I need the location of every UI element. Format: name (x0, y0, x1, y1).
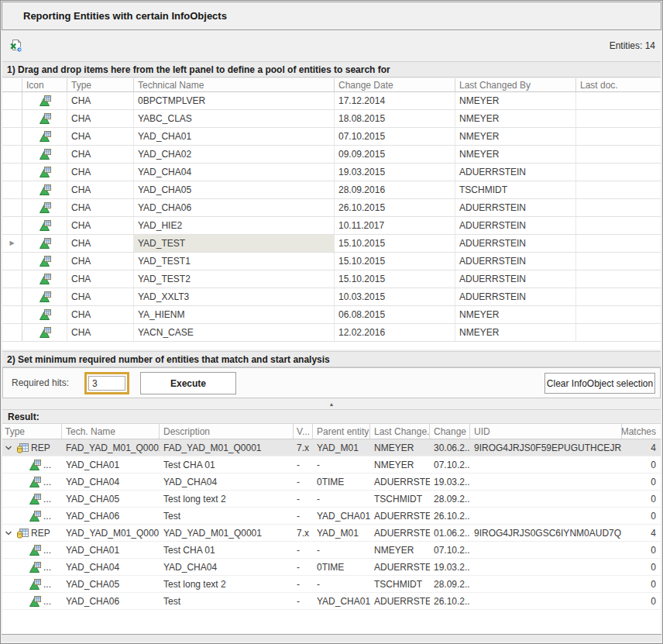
pool-table-row[interactable]: ▶ CHA YAD_TEST1 15.10.2015 ADUERRSTEIN (2, 253, 661, 270)
result-col-uid[interactable]: UID (470, 424, 622, 439)
splitter-collapse-icon[interactable]: ▲ (329, 401, 335, 407)
pool-table-row[interactable]: ▶ CHA YAD_HIE2 10.11.2017 ADUERRSTEIN (2, 217, 661, 235)
characteristic-icon (29, 476, 41, 488)
cell-technical-name: YAD_CHA04 (134, 164, 335, 181)
cell-description: YAD_CHA04 (160, 474, 294, 490)
pool-table-row[interactable]: ▶ CHA YAD_CHA01 07.10.2015 NMEYER (2, 128, 661, 146)
cell-type-label: ... (43, 460, 51, 470)
pool-table-row[interactable]: ▶ CHA YAD_TEST 15.10.2015 ADUERRSTEIN (2, 235, 661, 253)
cell-type: ... (2, 559, 62, 575)
result-col-matches[interactable]: Matches (622, 424, 661, 439)
cell-type: CHA (67, 270, 134, 288)
result-table-row[interactable]: ... YAD_CHA01 Test CHA 01 - - NMEYER 07.… (2, 456, 661, 474)
cell-type: CHA (67, 146, 134, 163)
result-table-row[interactable]: ... YAD_CHA04 YAD_CHA04 - 0TIME ADUERRST… (2, 474, 661, 491)
characteristic-icon (29, 459, 41, 471)
expand-collapse-chevron-icon[interactable] (5, 444, 14, 452)
pool-table-row[interactable]: ▶ CHA YAD_XXLT3 10.03.2015 ADUERRSTEIN (2, 288, 661, 306)
cell-tech-name: YAD_CHA01 (62, 456, 160, 473)
required-hits-input[interactable] (88, 376, 125, 391)
result-table-row[interactable]: ... YAD_CHA06 Test - YAD_CHA01 ADUERRSTE… (2, 508, 661, 525)
clear-infoobject-selection-button[interactable]: Clear InfoObject selection (544, 373, 655, 394)
pool-table-row[interactable]: ▶ CHA YACN_CASE 12.02.2016 NMEYER (2, 324, 661, 342)
cell-last-doc (576, 324, 661, 341)
pool-table-row[interactable]: ▶ CHA 0BPCTMPLVER 17.12.2014 NMEYER (2, 92, 661, 110)
cell-tech-name: YAD_CHA05 (62, 576, 160, 592)
result-col-type[interactable]: Type (2, 424, 62, 439)
pool-table-row[interactable]: ▶ CHA YABC_CLAS 18.08.2015 NMEYER (2, 110, 661, 128)
export-to-excel-button[interactable] (8, 37, 25, 54)
result-col-version[interactable]: V... (294, 424, 313, 439)
row-gutter: ▶ (2, 217, 22, 234)
pool-table-row[interactable]: ▶ CHA YAD_CHA04 19.03.2015 ADUERRSTEIN (2, 164, 661, 181)
pool-col-change-date[interactable]: Change Date (335, 78, 455, 91)
pool-col-icon[interactable]: Icon (22, 78, 67, 91)
cell-version: 7.x (294, 525, 313, 541)
result-table-row[interactable]: REP YAD_YAD_M01_Q0001 YAD_YAD_M01_Q0001 … (2, 525, 661, 542)
cell-change-date: 10.11.2017 (335, 217, 455, 234)
cell-last-changed: NMEYER (370, 542, 430, 558)
pool-col-last-changed-by[interactable]: Last Changed By (455, 78, 576, 91)
result-col-last-changed[interactable]: Last Change... (370, 424, 430, 439)
pool-table-row[interactable]: ▶ CHA YAD_CHA05 28.09.2016 TSCHMIDT (2, 181, 661, 199)
pool-col-technical-name[interactable]: Technical Name (134, 78, 335, 91)
cell-type-label: ... (43, 477, 51, 487)
pool-table-row[interactable]: ▶ CHA YAD_CHA06 26.10.2015 ADUERRSTEIN (2, 199, 661, 217)
cell-change-date: 01.06.2... (430, 525, 470, 541)
cell-matches: 0 (622, 491, 661, 507)
cell-type: CHA (67, 128, 134, 145)
pool-col-type[interactable]: Type (67, 78, 134, 91)
result-table-row[interactable]: ... YAD_CHA05 Test long text 2 - - TSCHM… (2, 576, 661, 593)
pool-table-row[interactable]: ▶ CHA YAD_TEST2 15.10.2015 ADUERRSTEIN (2, 270, 661, 288)
cell-technical-name: YAD_CHA02 (134, 146, 335, 163)
cell-description: YAD_YAD_M01_Q0001 (160, 525, 294, 541)
cell-last-changed-by: ADUERRSTEIN (455, 235, 576, 252)
pool-table-row[interactable]: ▶ CHA YAD_CHA02 09.09.2015 NMEYER (2, 146, 661, 164)
result-table-row[interactable]: ... YAD_CHA01 Test CHA 01 - - NMEYER 07.… (2, 542, 661, 559)
result-table-row[interactable]: REP FAD_YAD_M01_Q0001 FAD_YAD_M01_Q0001 … (2, 439, 661, 456)
cell-parent-entity: YAD_M01 (313, 439, 370, 456)
cell-last-changed-by: TSCHMIDT (455, 181, 576, 198)
cell-technical-name: YAD_XXLT3 (134, 288, 335, 305)
row-gutter: ▶ (2, 253, 22, 270)
result-col-parent-entity[interactable]: Parent entity (313, 424, 370, 439)
characteristic-icon (29, 510, 41, 522)
cell-change-date: 26.10.2... (430, 508, 470, 524)
section1-header-text: 1) Drag and drop items here from the lef… (7, 64, 390, 75)
cell-technical-name: YAD_HIE2 (134, 217, 335, 234)
cell-last-changed-by: NMEYER (455, 110, 576, 127)
cell-version: - (294, 456, 313, 473)
result-table-row[interactable]: ... YAD_CHA05 Test long text 2 - - TSCHM… (2, 491, 661, 508)
execute-button[interactable]: Execute (140, 372, 236, 394)
characteristic-icon (29, 493, 41, 505)
cell-matches: 0 (622, 508, 661, 524)
result-col-change-date[interactable]: Change ... (430, 424, 470, 439)
pool-table-row[interactable]: ▶ CHA YA_HIENM 06.08.2015 NMEYER (2, 306, 661, 324)
cell-last-changed: ADUERRSTE... (370, 474, 430, 490)
cell-technical-name: YAD_TEST1 (134, 253, 335, 270)
panel-splitter[interactable]: ▲ (1, 398, 662, 407)
cell-last-changed: NMEYER (370, 456, 430, 473)
result-col-tech-name[interactable]: Tech. Name (62, 424, 160, 439)
result-table-row[interactable]: ... YAD_CHA06 Test - YAD_CHA01 ADUERRSTE… (2, 593, 661, 610)
characteristic-icon (39, 201, 51, 214)
cell-type: CHA (67, 181, 134, 198)
cell-matches: 0 (622, 474, 661, 490)
expand-collapse-chevron-icon[interactable] (5, 529, 14, 537)
cell-type: ... (2, 576, 62, 592)
cell-last-changed-by: ADUERRSTEIN (455, 199, 576, 216)
cell-change-date: 19.03.2... (430, 559, 470, 575)
result-col-description[interactable]: Description (160, 424, 294, 439)
cell-tech-name: YAD_CHA06 (62, 508, 160, 524)
result-table-row[interactable]: ... YAD_CHA04 YAD_CHA04 - 0TIME ADUERRST… (2, 559, 661, 576)
cell-tech-name: YAD_YAD_M01_Q0001 (62, 525, 160, 541)
characteristic-icon (39, 255, 51, 267)
cell-type: CHA (67, 92, 134, 109)
cell-icon (22, 270, 67, 288)
cell-last-changed-by: NMEYER (455, 306, 576, 323)
pool-col-last-doc[interactable]: Last doc. (576, 78, 661, 91)
cell-version: - (294, 593, 313, 609)
cell-last-doc (576, 199, 661, 216)
pool-col-gutter (2, 78, 22, 91)
cell-last-changed-by: ADUERRSTEIN (455, 164, 576, 181)
